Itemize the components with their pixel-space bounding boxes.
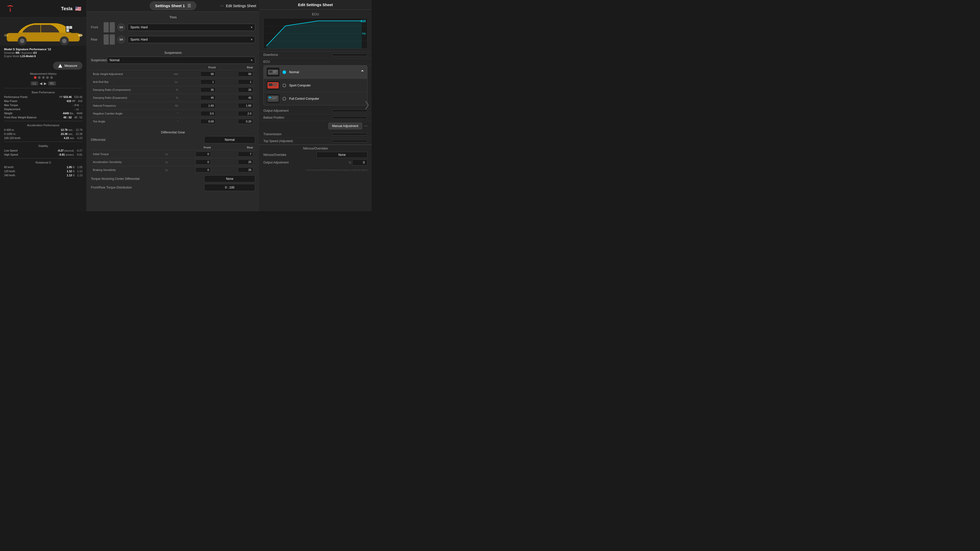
susp-front-input[interactable] — [200, 119, 216, 124]
nitrous-value[interactable]: None — [317, 152, 368, 158]
prev-arrow[interactable]: ◀ — [40, 81, 42, 86]
ecu-option-normal[interactable]: Normal ⌃ — [264, 65, 367, 79]
edit-label: Edit Settings Sheet — [226, 4, 256, 8]
right-row-output-adj: Output Adjustment — [259, 107, 372, 114]
differential-value[interactable]: Normal — [204, 136, 255, 143]
measurement-dot-2[interactable] — [38, 76, 41, 79]
ecu-normal-radio[interactable] — [283, 70, 286, 74]
rear-tire-select[interactable]: Sports: Hard ▾ — [127, 36, 255, 43]
measurement-dot-5[interactable] — [50, 76, 53, 79]
diff-front-input[interactable] — [196, 151, 211, 157]
left-panel: Tesla 🇺🇸 Model S Si — [0, 0, 87, 211]
manual-adj-dots-icon[interactable]: ··· — [364, 124, 368, 128]
stat-power: Max Power 410 HP 410 — [4, 99, 83, 103]
suspension-row: Damping Ratio (Expansion) % — [91, 94, 255, 102]
susp-rear-input[interactable] — [238, 87, 253, 92]
sheet-title-button[interactable]: Settings Sheet 1 ☰ — [150, 2, 197, 10]
susp-rear-input[interactable] — [238, 71, 253, 76]
susp-front-input[interactable] — [200, 103, 216, 108]
chevron-right-icon[interactable] — [364, 100, 369, 111]
divider-rotg — [4, 158, 83, 159]
label-tag-l1[interactable]: L1 — [30, 81, 38, 86]
downforce-value[interactable] — [332, 54, 368, 56]
susp-front-input[interactable] — [200, 79, 216, 84]
svg-rect-7 — [66, 26, 69, 29]
susp-rear-input[interactable] — [238, 79, 253, 84]
suspension-row: Body Height Adjustment mm — [91, 70, 255, 78]
differential-type-row: Differential Normal — [91, 136, 255, 143]
ecu-icon-normal — [267, 68, 280, 76]
drivetrain-row: Drivetrain RR / Aspiration EV — [4, 52, 83, 54]
diff-rear-input[interactable] — [238, 151, 253, 157]
right-row-downforce: Downforce — [259, 52, 372, 59]
susp-rear-input[interactable] — [238, 95, 253, 100]
svg-rect-18 — [273, 71, 277, 71]
susp-rear-input[interactable] — [238, 111, 253, 116]
measure-button[interactable]: Measure — [53, 62, 83, 70]
ballast-pos-value[interactable] — [332, 116, 368, 119]
diff-rear-input[interactable] — [238, 159, 253, 165]
differential-row: Braking Sensitivity Lv. — [91, 166, 255, 174]
stat-weight: Weight 4449 lbs. 4449 — [4, 111, 83, 115]
manual-adj-button[interactable]: Manual Adjustment — [328, 123, 362, 129]
svg-rect-8 — [69, 26, 72, 29]
next-arrow[interactable]: ▶ — [44, 81, 47, 86]
diff-front-input[interactable] — [196, 167, 211, 172]
ecu-sport-radio[interactable] — [283, 84, 286, 87]
svg-point-10 — [78, 34, 83, 37]
measurement-dot-3[interactable] — [42, 76, 45, 79]
svg-rect-23 — [273, 85, 277, 86]
nitrous-row-2: Output Adjustment % 0 — [263, 159, 368, 165]
suspension-table: Front Rear Body Height Adjustment mm Ant… — [91, 65, 255, 125]
diff-rear-input[interactable] — [238, 167, 253, 172]
ecu-option-full[interactable]: Full Control Computer — [264, 92, 367, 105]
car-model-name: Model S Signature Performance '12 — [4, 48, 83, 51]
susp-rear-input[interactable] — [238, 103, 253, 108]
susp-front-input[interactable] — [200, 95, 216, 100]
dist-label: Front/Rear Torque Distribution — [91, 186, 132, 189]
susp-front-input[interactable] — [200, 87, 216, 92]
tires-section: Tires Front SH Sports: Hard ▾ Rear SH Sp… — [87, 12, 259, 47]
front-tire-rect — [103, 22, 109, 32]
divider-base — [4, 88, 83, 88]
front-tire-row: Front SH Sports: Hard ▾ — [91, 21, 255, 33]
stats-table: Performance Points PP 533.46 533.46 Max … — [0, 95, 86, 119]
edit-button[interactable]: ··· Edit Settings Sheet — [220, 3, 256, 8]
stat-240kmh: 240 km/h 1.13 G 1.13 — [4, 173, 83, 177]
right-row-ballast-pos: Ballast Position — [259, 114, 372, 121]
suspension-select[interactable]: Normal ▾ — [107, 57, 255, 64]
middle-panel: Settings Sheet 1 ☰ ··· Edit Settings She… — [87, 0, 259, 211]
susp-rear-input[interactable] — [238, 119, 253, 124]
ecu-full-radio[interactable] — [283, 97, 286, 100]
stats-stability-table: Low Speed -0.27 (Neutral) -0.27 High Spe… — [0, 148, 86, 157]
diff-front-input[interactable] — [196, 159, 211, 165]
suspension-section-title: Suspension — [91, 49, 255, 57]
rear-tire-row: Rear SH Sports: Hard ▾ — [91, 33, 255, 46]
label-tag-r1[interactable]: R1 — [48, 81, 56, 86]
svg-rect-0 — [9, 6, 11, 6]
suspension-row: Anti-Roll Bar Lv. — [91, 78, 255, 86]
susp-front-input[interactable] — [200, 71, 216, 76]
susp-front-input[interactable] — [200, 111, 216, 116]
output-adj-value[interactable] — [332, 110, 368, 112]
topspeed-value[interactable] — [332, 140, 368, 142]
svg-point-5 — [62, 39, 67, 43]
front-tire-icon — [103, 22, 115, 32]
ecu-option-sport[interactable]: Sport Computer — [264, 79, 367, 92]
suspension-arrow-icon: ▾ — [251, 59, 252, 62]
differential-table: Front Rear Initial Torque Lv. Accelerati… — [91, 145, 255, 174]
front-tire-select[interactable]: Sports: Hard ▾ — [127, 24, 255, 31]
measurement-dot-4[interactable] — [46, 76, 49, 79]
divider-acc — [4, 121, 83, 121]
ecu-dropdown[interactable]: Normal ⌃ Sport Computer — [263, 65, 368, 105]
center-diff-value[interactable]: None — [204, 175, 255, 183]
transmission-value[interactable] — [332, 133, 368, 135]
dist-value[interactable]: 0 : 100 — [204, 184, 255, 191]
svg-point-3 — [20, 39, 24, 43]
stat-torque: Max Torque - ft·lb - — [4, 103, 83, 107]
manual-adj-row: Manual Adjustment ··· — [259, 121, 372, 131]
front-header: Front — [180, 65, 218, 70]
measurement-dot-1[interactable] — [34, 76, 37, 79]
nitrous-num[interactable]: 0 — [352, 159, 368, 165]
front-tire-arrow-icon: ▾ — [251, 25, 252, 29]
